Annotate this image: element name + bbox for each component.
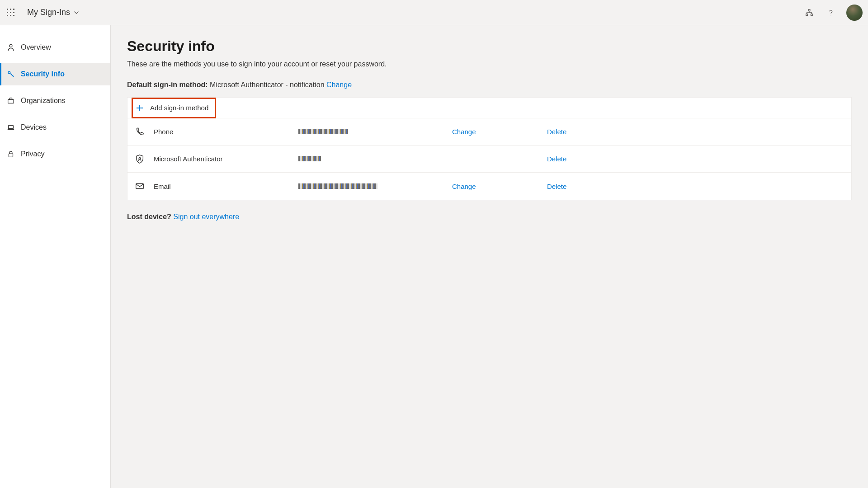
plus-icon bbox=[136, 104, 144, 112]
svg-point-18 bbox=[139, 157, 141, 159]
method-value bbox=[298, 128, 452, 136]
app-header: My Sign-Ins bbox=[0, 0, 868, 25]
sidebar-item-devices[interactable]: Devices bbox=[0, 116, 110, 139]
method-label: Phone bbox=[149, 128, 298, 136]
email-icon bbox=[135, 181, 149, 191]
svg-rect-0 bbox=[7, 9, 8, 10]
sidebar-item-overview[interactable]: Overview bbox=[0, 36, 110, 59]
page-title: Security info bbox=[127, 38, 852, 55]
sidebar: Overview Security info Organizations Dev… bbox=[0, 25, 111, 488]
person-icon bbox=[6, 43, 15, 52]
main-content: Security info These are the methods you … bbox=[111, 25, 868, 488]
add-signin-method-button[interactable]: Add sign-in method bbox=[127, 98, 851, 118]
svg-rect-3 bbox=[7, 12, 8, 13]
svg-rect-19 bbox=[136, 184, 144, 189]
sidebar-item-label: Devices bbox=[21, 123, 47, 131]
svg-rect-17 bbox=[9, 154, 13, 157]
change-default-link[interactable]: Change bbox=[326, 81, 352, 89]
method-label: Microsoft Authenticator bbox=[149, 155, 298, 163]
method-change-cell: Change bbox=[452, 128, 547, 136]
svg-rect-10 bbox=[806, 14, 808, 15]
method-row-phone: Phone Change Delete bbox=[127, 118, 851, 145]
sidebar-item-label: Organizations bbox=[21, 97, 66, 105]
svg-rect-15 bbox=[8, 99, 14, 103]
default-signin-label: Default sign-in method: bbox=[127, 81, 208, 89]
user-avatar[interactable] bbox=[846, 5, 863, 21]
laptop-icon bbox=[6, 123, 15, 132]
svg-rect-4 bbox=[10, 12, 11, 13]
sidebar-item-privacy[interactable]: Privacy bbox=[0, 143, 110, 165]
add-signin-method-label: Add sign-in method bbox=[150, 104, 208, 112]
key-icon bbox=[6, 70, 15, 79]
method-row-authenticator: Microsoft Authenticator Delete bbox=[127, 145, 851, 173]
svg-rect-8 bbox=[13, 15, 14, 16]
chevron-down-icon bbox=[74, 10, 79, 15]
phone-icon bbox=[135, 127, 149, 137]
method-delete-cell: Delete bbox=[547, 128, 592, 136]
method-value bbox=[298, 155, 452, 163]
svg-rect-16 bbox=[9, 126, 14, 129]
lock-icon bbox=[6, 150, 15, 159]
org-switcher-button[interactable] bbox=[800, 4, 818, 22]
sidebar-item-label: Privacy bbox=[21, 150, 44, 158]
sidebar-item-label: Security info bbox=[21, 70, 65, 78]
sidebar-item-security-info[interactable]: Security info bbox=[0, 63, 110, 85]
header-right bbox=[800, 4, 863, 22]
app-title-dropdown[interactable]: My Sign-Ins bbox=[27, 8, 79, 17]
method-label: Email bbox=[149, 183, 298, 190]
sign-out-everywhere-link[interactable]: Sign out everywhere bbox=[173, 213, 239, 221]
svg-rect-5 bbox=[13, 12, 14, 13]
help-button[interactable] bbox=[822, 4, 840, 22]
method-value bbox=[298, 183, 452, 190]
svg-rect-2 bbox=[13, 9, 14, 10]
page-subtitle: These are the methods you use to sign in… bbox=[127, 60, 852, 68]
method-delete-cell: Delete bbox=[547, 155, 592, 163]
default-signin-value: Microsoft Authenticator - notification bbox=[210, 81, 324, 89]
svg-rect-7 bbox=[10, 15, 11, 16]
app-launcher-button[interactable] bbox=[0, 0, 22, 25]
authenticator-icon bbox=[135, 154, 149, 164]
method-change-cell: Change bbox=[452, 183, 547, 190]
method-delete-cell: Delete bbox=[547, 183, 592, 190]
add-signin-method-highlight: Add sign-in method bbox=[132, 98, 216, 118]
svg-rect-6 bbox=[7, 15, 8, 16]
delete-link[interactable]: Delete bbox=[547, 155, 566, 163]
delete-link[interactable]: Delete bbox=[547, 128, 566, 136]
sidebar-item-organizations[interactable]: Organizations bbox=[0, 89, 110, 112]
sidebar-item-label: Overview bbox=[21, 43, 51, 52]
signin-methods-card: Add sign-in method Phone Change Delete M… bbox=[127, 97, 852, 200]
header-left: My Sign-Ins bbox=[0, 0, 79, 25]
app-title-label: My Sign-Ins bbox=[27, 8, 70, 17]
svg-point-13 bbox=[9, 45, 12, 47]
lost-device-line: Lost device? Sign out everywhere bbox=[127, 213, 852, 221]
method-row-email: Email Change Delete bbox=[127, 173, 851, 200]
lost-device-label: Lost device? bbox=[127, 213, 171, 221]
svg-point-12 bbox=[830, 14, 831, 15]
svg-rect-1 bbox=[10, 9, 11, 10]
delete-link[interactable]: Delete bbox=[547, 183, 566, 190]
default-signin-line: Default sign-in method: Microsoft Authen… bbox=[127, 81, 852, 89]
change-link[interactable]: Change bbox=[452, 128, 476, 136]
change-link[interactable]: Change bbox=[452, 183, 476, 190]
svg-rect-9 bbox=[808, 9, 810, 11]
svg-rect-11 bbox=[811, 14, 813, 15]
briefcase-icon bbox=[6, 96, 15, 105]
